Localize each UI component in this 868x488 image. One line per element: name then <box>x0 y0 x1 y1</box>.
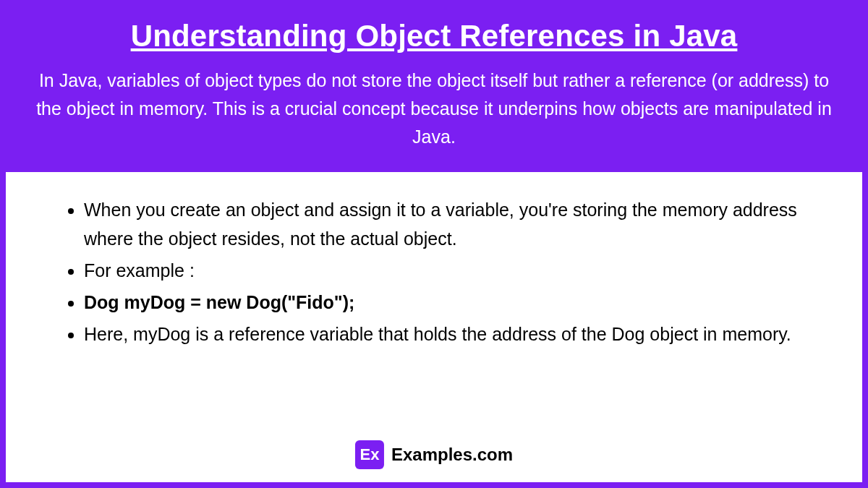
list-item: For example : <box>84 256 819 285</box>
content-block: When you create an object and assign it … <box>6 172 862 482</box>
header-block: Understanding Object References in Java … <box>6 6 862 172</box>
footer-brand: Ex Examples.com <box>355 440 513 469</box>
intro-paragraph: In Java, variables of object types do no… <box>35 67 833 150</box>
page-title: Understanding Object References in Java <box>35 19 833 53</box>
bullet-list: When you create an object and assign it … <box>49 195 819 348</box>
brand-name: Examples.com <box>391 445 513 465</box>
document-frame: Understanding Object References in Java … <box>0 0 868 488</box>
list-item: When you create an object and assign it … <box>84 195 819 253</box>
list-item: Here, myDog is a reference variable that… <box>84 320 819 348</box>
brand-logo-icon: Ex <box>355 440 384 469</box>
list-item-code: Dog myDog = new Dog("Fido"); <box>84 288 819 317</box>
